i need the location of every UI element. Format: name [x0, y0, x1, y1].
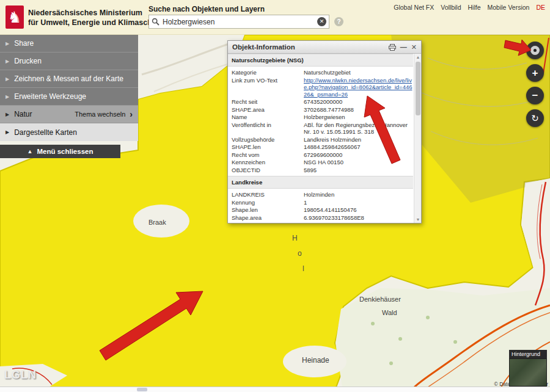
- info-key: SHAPE.area: [232, 106, 304, 114]
- locate-tool-button[interactable]: [526, 42, 544, 59]
- info-key: LK: [232, 222, 304, 223]
- info-key: Recht seit: [232, 98, 304, 106]
- info-value: 672969600000: [304, 151, 413, 159]
- info-row: Name Holzbergwiesen: [228, 113, 413, 121]
- map-label-braak: Braak: [148, 219, 166, 226]
- background-thumbnail[interactable]: [509, 358, 547, 387]
- info-row: Shape.area 6.936970233178658E8: [228, 214, 413, 222]
- info-value: 1: [304, 199, 413, 206]
- link-language-de[interactable]: DE: [536, 4, 545, 11]
- info-key: LANDKREIS: [232, 191, 304, 198]
- info-key: Vollzugsbehörde: [232, 136, 304, 143]
- info-value: 198054.4141150476: [304, 206, 413, 214]
- map-label-hol-o: o: [298, 249, 302, 258]
- current-theme-label: Natur: [14, 110, 32, 118]
- sidebar-item-natur[interactable]: ▶ Natur Thema wechseln ›: [0, 106, 138, 123]
- ministry-title: Niedersächsisches Ministerium für Umwelt…: [28, 8, 163, 28]
- collapse-icon: ▲: [28, 148, 33, 154]
- info-row: SHAPE.len 14884.259842656067: [228, 143, 413, 151]
- sidebar-item-dargestellte-karten[interactable]: ▶ Dargestellte Karten: [0, 123, 138, 141]
- sidebar-item-share[interactable]: ▶ Share: [0, 35, 138, 53]
- info-value: ABl. für den Regierungsbezirk Hannover N…: [304, 122, 413, 136]
- link-hilfe[interactable]: Hilfe: [468, 4, 481, 11]
- object-info-body: Naturschutzgebiete (NSG) Kategorie Natur…: [228, 54, 421, 223]
- info-value: 3702688.74774988: [304, 106, 413, 114]
- info-value: Landkreis Holzminden: [304, 136, 413, 143]
- popup-scrollbar-thumb[interactable]: [416, 62, 420, 115]
- info-value: Naturschutzgebiet: [304, 69, 413, 76]
- map-label-wald: Wald: [382, 309, 397, 316]
- triangle-icon: ▶: [6, 129, 9, 135]
- search-box: ✕: [148, 15, 329, 29]
- info-row: OBJECTID 5895: [228, 166, 413, 174]
- section-header-nsg: Naturschutzgebiete (NSG): [228, 54, 413, 67]
- object-info-title: Objekt-Information: [232, 43, 295, 51]
- sidebar-item-erweiterte-werkzeuge[interactable]: ▶ Erweiterte Werkzeuge: [0, 88, 138, 106]
- info-value: 14884.259842656067: [304, 143, 413, 151]
- map-label-heinade: Heinade: [302, 356, 329, 365]
- minus-icon: −: [532, 90, 538, 102]
- sidebar-item-label: Erweiterte Werkzeuge: [14, 92, 86, 101]
- info-row: Kategorie Naturschutzgebiet: [228, 68, 413, 76]
- triangle-icon: ▶: [6, 76, 9, 82]
- info-key: OBJECTID: [232, 167, 304, 174]
- help-icon[interactable]: ?: [334, 17, 343, 26]
- link-vollbild[interactable]: Vollbild: [441, 4, 461, 11]
- map-controls: + − ↻: [526, 42, 544, 127]
- close-icon[interactable]: ✕: [411, 44, 417, 51]
- info-row: Link zum VO-Text http://www.nlwkn.nieder…: [228, 76, 413, 98]
- info-key: Kategorie: [232, 69, 304, 76]
- info-row: Kennzeichen NSG HA 00150: [228, 158, 413, 166]
- object-info-header[interactable]: Objekt-Information — ✕: [228, 41, 421, 54]
- info-key: Kennung: [232, 199, 304, 206]
- clear-search-icon[interactable]: ✕: [317, 17, 326, 26]
- triangle-icon: ▶: [6, 94, 9, 100]
- search-label: Suche nach Objekten und Layern: [148, 5, 265, 13]
- scroll-up-icon[interactable]: ▲: [414, 55, 421, 59]
- info-value: Holzbergwiesen: [304, 114, 413, 121]
- info-row: LANDKREIS Holzminden: [228, 191, 413, 198]
- info-key: Veröffentlicht in: [232, 122, 304, 136]
- info-row: Recht seit 674352000000: [228, 98, 413, 106]
- sidebar-item-drucken[interactable]: ▶ Drucken: [0, 53, 138, 70]
- search-input[interactable]: [163, 18, 314, 26]
- menu-close-button[interactable]: ▲ Menü schliessen: [0, 145, 120, 158]
- section-header-landkreise: Landkreise: [228, 176, 413, 189]
- search-icon[interactable]: [152, 18, 160, 26]
- info-key: Shape.len: [232, 206, 304, 214]
- background-switcher[interactable]: Hintergrund: [509, 350, 547, 387]
- print-icon[interactable]: [389, 44, 396, 51]
- info-key: Kennzeichen: [232, 159, 304, 166]
- sidebar-item-zeichnen-messen[interactable]: ▶ Zeichnen & Messen auf der Karte: [0, 70, 138, 88]
- thema-wechseln-button[interactable]: Thema wechseln ›: [75, 109, 133, 119]
- info-value: 6.936970233178658E8: [304, 214, 413, 222]
- link-global-net-fx[interactable]: Global Net FX: [394, 4, 434, 11]
- info-row: Kennung 1: [228, 198, 413, 206]
- info-value: NSG HA 00150: [304, 159, 413, 166]
- triangle-icon: ▶: [6, 41, 9, 46]
- info-key: Shape.area: [232, 214, 304, 222]
- triangle-icon: ▶: [6, 59, 9, 64]
- info-key: Link zum VO-Text: [232, 77, 304, 98]
- info-value: 03255000: [304, 222, 413, 223]
- sidebar-item-label: Share: [14, 39, 34, 48]
- reset-view-button[interactable]: ↻: [526, 109, 544, 127]
- map-label-hol-h: H: [292, 234, 298, 242]
- lgln-logo: LGLN: [4, 369, 37, 382]
- horizontal-scrollbar-thumb[interactable]: [137, 388, 147, 391]
- zoom-in-button[interactable]: +: [526, 64, 544, 82]
- plus-icon: +: [532, 67, 538, 79]
- niedersachsen-logo: ♞: [6, 5, 24, 29]
- link-mobile-version[interactable]: Mobile Version: [488, 4, 530, 11]
- sidebar-item-label: Dargestellte Karten: [14, 128, 77, 137]
- vo-text-link[interactable]: http://www.nlwkn.niedersachsen.de/live/l…: [304, 77, 413, 98]
- zoom-out-button[interactable]: −: [526, 87, 544, 104]
- background-switcher-label: Hintergrund: [509, 350, 547, 358]
- info-row: Recht vom 672969600000: [228, 151, 413, 159]
- info-value: 5895: [304, 167, 413, 174]
- minimize-icon[interactable]: —: [400, 44, 407, 51]
- info-value: Holzminden: [304, 191, 413, 198]
- info-row: SHAPE.area 3702688.74774988: [228, 106, 413, 114]
- rotate-icon: ↻: [531, 113, 539, 124]
- scroll-down-icon[interactable]: ▼: [414, 217, 421, 222]
